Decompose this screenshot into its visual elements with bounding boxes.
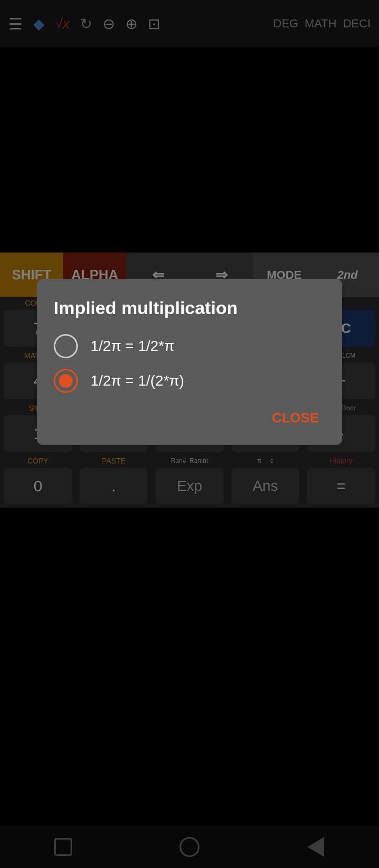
modal-close-button[interactable]: CLOSE xyxy=(265,406,325,430)
radio-option-2[interactable] xyxy=(54,369,78,393)
radio-option-1[interactable] xyxy=(54,334,78,358)
modal-option-2[interactable]: 1/2π = 1/(2*π) xyxy=(54,369,325,393)
modal-title: Implied multiplication xyxy=(54,298,325,318)
modal-option-2-text: 1/2π = 1/(2*π) xyxy=(91,372,184,389)
modal-footer: CLOSE xyxy=(54,406,325,430)
radio-selected-indicator xyxy=(59,374,73,388)
modal-option-1[interactable]: 1/2π = 1/2*π xyxy=(54,334,325,358)
modal-overlay: Implied multiplication 1/2π = 1/2*π 1/2π… xyxy=(0,0,379,868)
implied-multiplication-modal: Implied multiplication 1/2π = 1/2*π 1/2π… xyxy=(37,279,342,445)
modal-option-1-text: 1/2π = 1/2*π xyxy=(91,338,174,355)
